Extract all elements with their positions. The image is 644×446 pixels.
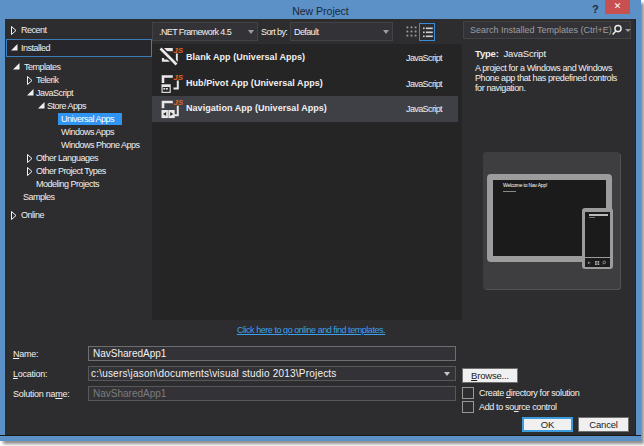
svg-text:JS: JS	[173, 73, 183, 82]
svg-text:JS: JS	[173, 46, 183, 55]
svg-text:JS: JS	[173, 98, 183, 107]
